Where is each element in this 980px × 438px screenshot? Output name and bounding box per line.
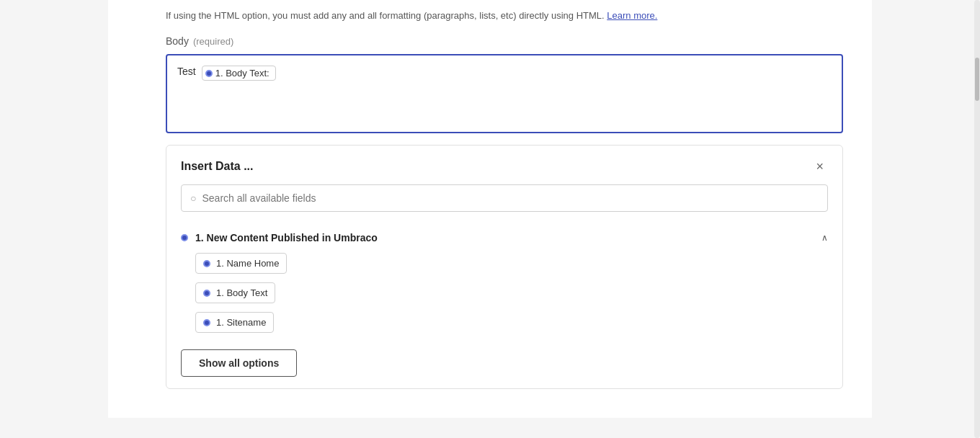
field-dot-icon-2: [203, 290, 210, 297]
required-text: (required): [193, 36, 233, 47]
field-dot-icon-1: [203, 260, 210, 267]
field-item-sitename[interactable]: 1. Sitename: [195, 312, 274, 333]
insert-data-title: Insert Data ...: [181, 160, 253, 173]
search-wrapper: ○: [181, 184, 828, 212]
fields-list: 1. New Content Published in Umbraco ∧ 1.…: [166, 222, 842, 388]
search-icon: ○: [190, 192, 196, 204]
textarea-prefix: Test: [177, 66, 196, 77]
top-notice: If using the HTML option, you must add a…: [166, 0, 843, 35]
field-dot-icon-3: [203, 319, 210, 326]
token-label: 1. Body Text:: [215, 68, 270, 79]
token-badge: 1. Body Text:: [202, 66, 276, 81]
group-dot-icon: [181, 234, 188, 241]
search-input[interactable]: [202, 185, 819, 211]
field-items-container: 1. Name Home 1. Body Text 1. Sitename: [181, 251, 828, 335]
body-label-text: Body: [166, 35, 189, 47]
field-item-label-1: 1. Name Home: [216, 258, 279, 269]
main-content: If using the HTML option, you must add a…: [108, 0, 872, 418]
insert-data-panel: Insert Data ... × ○ 1. New Content Publi…: [166, 145, 843, 389]
field-group-header[interactable]: 1. New Content Published in Umbraco ∧: [181, 225, 828, 251]
insert-data-header: Insert Data ... ×: [166, 146, 842, 184]
scrollbar[interactable]: [974, 0, 980, 438]
search-container: ○: [166, 184, 842, 222]
body-field-label: Body (required): [166, 35, 843, 47]
chevron-up-icon: ∧: [821, 233, 828, 243]
learn-more-link[interactable]: Learn more.: [607, 10, 657, 21]
close-button[interactable]: ×: [811, 158, 828, 174]
top-notice-text: If using the HTML option, you must add a…: [166, 10, 605, 21]
field-item-label-2: 1. Body Text: [216, 287, 267, 298]
scroll-thumb: [975, 58, 979, 101]
field-group-title: 1. New Content Published in Umbraco: [195, 232, 378, 243]
field-group-header-left: 1. New Content Published in Umbraco: [181, 232, 378, 243]
token-dot-icon: [205, 70, 213, 77]
field-item-label-3: 1. Sitename: [216, 317, 266, 328]
page-container: If using the HTML option, you must add a…: [0, 0, 980, 438]
show-all-button[interactable]: Show all options: [181, 349, 297, 377]
field-item-body-text[interactable]: 1. Body Text: [195, 282, 275, 303]
field-item-name-home[interactable]: 1. Name Home: [195, 253, 287, 274]
body-textarea[interactable]: Test 1. Body Text:: [166, 54, 843, 133]
